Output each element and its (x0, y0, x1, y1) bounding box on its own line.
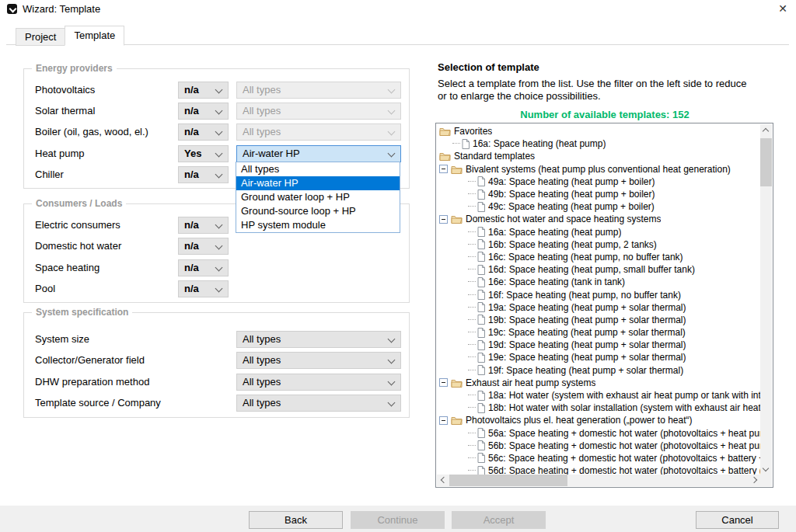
tree-item[interactable]: 19f: Space heating (heat pump + solar th… (437, 364, 760, 377)
tree-item[interactable]: 56a: Space heating + domestic hot water … (437, 427, 760, 440)
document-icon (477, 202, 485, 212)
value-select[interactable]: n/a (178, 166, 229, 183)
tree-item-label: 16a: Space heating (heat pump) (488, 227, 621, 238)
tree-item[interactable]: 49c: Space heating (heat pump + boiler) (437, 200, 760, 213)
filter-label: Heat pump (35, 145, 85, 162)
dropdown-option[interactable]: Ground water loop + HP (236, 190, 400, 204)
group-title: Energy providers (32, 63, 117, 74)
template-tree: Favorites16a: Space heating (heat pump)S… (435, 123, 773, 488)
tree-item[interactable]: 56c: Space heating + domestic hot water … (437, 452, 760, 464)
type-select[interactable]: All types (236, 395, 401, 412)
document-icon (462, 139, 470, 149)
tree-item-label: 16b: Space heating (heat pump, 2 tanks) (488, 239, 657, 250)
tree-item-label: Favorites (454, 126, 492, 137)
expander-minus-icon[interactable] (439, 165, 448, 173)
filter-label: Solar thermal (35, 103, 95, 120)
type-select: All types (236, 82, 401, 99)
tree-item[interactable]: 19d: Space heating (heat pump + solar th… (437, 339, 760, 351)
tree-item[interactable]: Domestic hot water and space heating sys… (437, 213, 760, 225)
tree-item[interactable]: Photovoltaics plus el. heat generation (… (437, 414, 760, 426)
tree-connector (468, 231, 476, 233)
tree-item[interactable]: 16a: Space heating (heat pump) (437, 137, 760, 150)
folder-icon (439, 127, 451, 136)
horizontal-scrollbar-thumb[interactable] (449, 475, 567, 486)
document-icon (477, 315, 485, 325)
value-select[interactable]: n/a (178, 280, 229, 297)
dropdown-option[interactable]: Air-water HP (236, 176, 400, 190)
tree-item[interactable]: Bivalent systems (heat pump plus convent… (437, 163, 760, 176)
tree-item-label: 19e: Space heating (heat pump + solar th… (488, 352, 686, 363)
tree-item[interactable]: Exhaust air heat pump systems (437, 377, 760, 389)
tab-project[interactable]: Project (16, 28, 65, 46)
expander-minus-icon[interactable] (439, 215, 448, 224)
tree-item[interactable]: 49a: Space heating (heat pump + boiler) (437, 176, 760, 188)
tree-item[interactable]: 56d: Space heating + domestic hot water … (437, 464, 760, 475)
tree-item[interactable]: 16f: Space heating (heat pump, no buffer… (437, 288, 760, 301)
tree-item-label: 19a: Space heating (heat pump + solar th… (488, 302, 686, 313)
tree-item-label: 18a: Hot water (system with exhaust air … (488, 390, 760, 401)
document-icon (477, 428, 485, 438)
filter-label: Boiler (oil, gas, wood, el.) (35, 123, 148, 141)
dropdown-option[interactable]: Ground-source loop + HP (236, 204, 400, 218)
value-select[interactable]: n/a (178, 103, 229, 120)
value-select[interactable]: n/a (178, 217, 229, 234)
type-select[interactable]: All types (236, 352, 401, 369)
filter-label: Photovoltaics (35, 82, 95, 99)
tree-item[interactable]: 16a: Space heating (heat pump) (437, 226, 760, 238)
value-select[interactable]: n/a (178, 123, 229, 141)
tree-item[interactable]: 16d: Space heating (heat pump, small buf… (437, 263, 760, 276)
tree-item[interactable]: 19e: Space heating (heat pump + solar th… (437, 351, 760, 363)
cancel-button[interactable]: Cancel (696, 511, 779, 529)
tree-item[interactable]: 16e: Space heating (tank in tank) (437, 276, 760, 288)
scroll-right-button[interactable] (749, 475, 761, 486)
tree-item-label: 19f: Space heating (heat pump + solar th… (488, 365, 683, 376)
tree-item-label: 19b: Space heating (heat pump + solar th… (488, 315, 686, 325)
dropdown-option[interactable]: All types (236, 162, 400, 176)
vertical-scrollbar[interactable] (760, 124, 772, 475)
value-select[interactable]: n/a (178, 259, 229, 276)
expander-minus-icon[interactable] (439, 378, 448, 387)
back-button[interactable]: Back (249, 511, 343, 529)
dropdown-option[interactable]: HP system module (236, 218, 400, 232)
filter-row: Heat pumpYesAir-water HP (24, 145, 409, 162)
tree-item[interactable]: 16b: Space heating (heat pump, 2 tanks) (437, 238, 760, 251)
chevron-left-icon (441, 477, 447, 483)
folder-icon (451, 378, 463, 388)
value-select[interactable]: n/a (178, 238, 229, 255)
type-select[interactable]: Air-water HP (236, 145, 401, 162)
available-templates-count: Number of available templates: 152 (435, 109, 774, 120)
group-title: System specification (32, 307, 132, 318)
tree-item-label: Exhaust air heat pump systems (466, 377, 595, 388)
tree-connector (468, 356, 476, 358)
vertical-scrollbar-thumb[interactable] (760, 138, 772, 186)
tree-item[interactable]: 19b: Space heating (heat pump + solar th… (437, 314, 760, 326)
value-select[interactable]: n/a (178, 82, 229, 99)
tree-item[interactable]: 19c: Space heating (heat pump + solar th… (437, 326, 760, 339)
tree-item[interactable]: Favorites (437, 125, 760, 137)
app-icon (7, 4, 17, 14)
tree-item[interactable]: 49b: Space heating (heat pump + boiler) (437, 188, 760, 200)
filter-row: System sizeAll types (24, 331, 409, 348)
scroll-down-button[interactable] (760, 464, 772, 475)
tree-item-label: Domestic hot water and space heating sys… (466, 214, 661, 224)
scroll-left-button[interactable] (437, 475, 449, 486)
filter-row: Domestic hot watern/a (24, 238, 409, 255)
expander-minus-icon[interactable] (439, 416, 448, 425)
horizontal-scrollbar[interactable] (437, 475, 761, 486)
scroll-up-button[interactable] (760, 124, 772, 136)
tree-item[interactable]: 19a: Space heating (heat pump + solar th… (437, 301, 760, 314)
filter-row: Boiler (oil, gas, wood, el.)n/aAll types (24, 123, 409, 141)
type-select[interactable]: All types (236, 331, 401, 348)
tree-item[interactable]: 18b: Hot water with solar installation (… (437, 402, 760, 414)
tree-item-label: 16d: Space heating (heat pump, small buf… (488, 264, 695, 275)
tree-item[interactable]: 18a: Hot water (system with exhaust air … (437, 389, 760, 402)
close-icon[interactable]: ✕ (774, 1, 791, 16)
tab-template[interactable]: Template (65, 26, 124, 46)
type-select[interactable]: All types (236, 374, 401, 391)
tree-connector (468, 344, 476, 346)
tree-item[interactable]: 16c: Space heating (heat pump, no buffer… (437, 251, 760, 263)
document-icon (477, 440, 485, 450)
tree-item[interactable]: Standard templates (437, 150, 760, 162)
tree-item[interactable]: 56b: Space heating + domestic hot water … (437, 440, 760, 452)
value-select[interactable]: Yes (178, 145, 229, 162)
